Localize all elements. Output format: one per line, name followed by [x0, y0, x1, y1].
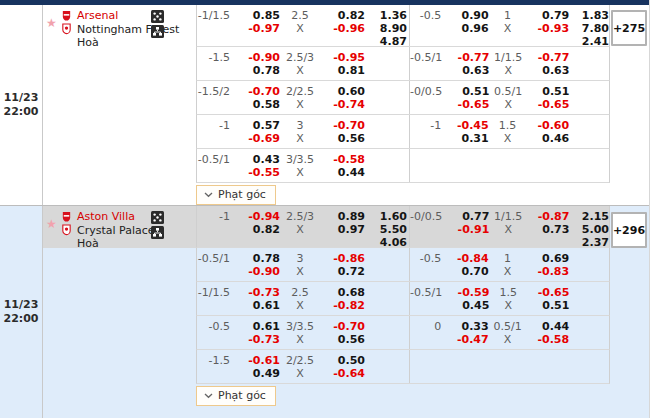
h1-total-odds[interactable]: 0.79-0.93: [527, 9, 570, 46]
h1-1x2-odds[interactable]: [569, 252, 609, 281]
ft-total-line: 3X: [280, 252, 320, 281]
ft-total-line: 2.5/3X: [280, 210, 320, 247]
ft-total-odds[interactable]: -0.950.81: [320, 51, 365, 80]
lineup-icon[interactable]: [151, 226, 164, 239]
ft-total-odds[interactable]: -0.700.56: [320, 320, 365, 349]
corner-odds-button[interactable]: Phạt góc: [196, 185, 276, 205]
ft-1x2-odds[interactable]: [365, 85, 407, 114]
home-team-logo-icon: [61, 10, 72, 22]
home-team-name[interactable]: Aston Villa: [77, 210, 155, 224]
odds-row: ★ Aston Villa Crystal Palace Hoà -1 -0.9…: [43, 206, 610, 248]
h1-total-odds[interactable]: [527, 153, 570, 182]
ft-handicap-odds[interactable]: -0.730.61: [230, 286, 280, 315]
favorite-star-icon[interactable]: ★: [46, 210, 61, 248]
h1-total-odds[interactable]: -0.870.73: [527, 210, 569, 247]
ft-handicap-odds[interactable]: -0.610.49: [230, 354, 280, 383]
fulltime-odds: -0.5 0.61-0.73 3/3.5X -0.700.56: [197, 316, 409, 349]
ft-handicap-odds[interactable]: -0.700.58: [230, 85, 280, 114]
h1-handicap-odds[interactable]: -0.590.45: [442, 286, 489, 315]
ft-1x2-odds[interactable]: [365, 51, 407, 80]
h1-1x2-odds[interactable]: 1.837.802.41: [569, 9, 609, 46]
h1-handicap-odds[interactable]: -0.840.70: [441, 252, 488, 281]
ft-1x2-odds[interactable]: [365, 286, 407, 315]
h1-1x2-odds[interactable]: [569, 286, 609, 315]
rows: ★ Aston Villa Crystal Palace Hoà -1 -0.9…: [43, 206, 649, 384]
h1-handicap-odds[interactable]: -0.770.63: [442, 51, 489, 80]
h1-handicap-odds[interactable]: 0.33-0.47: [441, 320, 488, 349]
h1-total-line: 1.5X: [489, 119, 527, 148]
h1-total-line: 0.5/1X: [489, 320, 527, 349]
h1-handicap-odds[interactable]: [441, 153, 488, 182]
h1-handicap-line: 0: [410, 320, 441, 349]
ft-total-odds[interactable]: -0.580.44: [320, 153, 365, 182]
ft-1x2-odds[interactable]: 1.368.904.87: [365, 9, 407, 46]
h1-handicap-odds[interactable]: 0.900.96: [441, 9, 488, 46]
ft-handicap-odds[interactable]: 0.57-0.69: [230, 119, 280, 148]
team-cell[interactable]: ★ Arsenal Nottingham Forest Hoà: [43, 5, 196, 47]
h1-handicap-odds[interactable]: 0.77-0.91: [442, 210, 489, 247]
h1-total-odds[interactable]: 0.44-0.58: [527, 320, 570, 349]
odds-area: -0.5 0.61-0.73 3/3.5X -0.700.56 0 0.33-0…: [196, 316, 610, 350]
h1-1x2-odds[interactable]: [569, 51, 609, 80]
corner-odds-label: Phạt góc: [218, 188, 266, 201]
firsthalf-odds: [409, 350, 609, 383]
h1-total-odds[interactable]: -0.770.63: [527, 51, 569, 80]
h1-total-odds[interactable]: 0.69-0.83: [527, 252, 570, 281]
h1-1x2-odds[interactable]: [569, 119, 609, 148]
ft-1x2-odds[interactable]: [365, 320, 407, 349]
ft-total-odds[interactable]: 0.82-0.96: [320, 9, 365, 46]
ft-1x2-odds[interactable]: 1.605.504.06: [365, 210, 407, 247]
h1-handicap-odds[interactable]: 0.51-0.65: [442, 85, 489, 114]
ft-handicap-line: -1/1.5: [197, 9, 230, 46]
h1-total-odds[interactable]: [527, 354, 570, 383]
h1-1x2-odds[interactable]: 2.155.002.37: [569, 210, 609, 247]
match-time: 22:00: [3, 105, 38, 119]
h1-1x2-odds[interactable]: [569, 153, 609, 182]
fulltime-odds: -1.5/2 -0.700.58 2/2.5X 0.60-0.74: [197, 81, 409, 114]
lineup-icon[interactable]: [151, 25, 164, 38]
firsthalf-odds: -0.5 0.900.96 1X 0.79-0.93 1.837.802.41: [409, 5, 609, 46]
h1-1x2-odds[interactable]: [569, 354, 609, 383]
team-cell[interactable]: ★ Aston Villa Crystal Palace Hoà: [43, 206, 196, 248]
away-team-name[interactable]: Crystal Palace: [77, 224, 155, 238]
h1-1x2-odds[interactable]: [569, 85, 609, 114]
ft-handicap-odds[interactable]: -0.940.82: [230, 210, 280, 247]
h1-handicap-odds[interactable]: [441, 354, 488, 383]
ft-total-odds[interactable]: -0.700.56: [320, 119, 365, 148]
ft-1x2-odds[interactable]: [365, 252, 407, 281]
ft-handicap-odds[interactable]: 0.61-0.73: [230, 320, 280, 349]
ft-total-odds[interactable]: -0.860.72: [320, 252, 365, 281]
ft-total-odds[interactable]: 0.60-0.74: [320, 85, 365, 114]
statistics-icon[interactable]: [151, 211, 164, 224]
h1-1x2-odds[interactable]: [569, 320, 609, 349]
ft-1x2-odds[interactable]: [365, 153, 407, 182]
ft-total-odds[interactable]: 0.50-0.64: [320, 354, 365, 383]
team-logos: [61, 9, 77, 47]
h1-handicap-odds[interactable]: -0.450.31: [441, 119, 488, 148]
ft-handicap-odds[interactable]: 0.78-0.90: [230, 252, 280, 281]
h1-total-odds[interactable]: 0.51-0.65: [527, 85, 569, 114]
firsthalf-odds: -0.5 -0.840.70 1X 0.69-0.83: [409, 248, 609, 281]
ft-handicap-line: -1.5: [197, 51, 230, 80]
h1-handicap-line: -0/0.5: [410, 210, 442, 247]
ft-1x2-odds[interactable]: [365, 354, 407, 383]
h1-total-odds[interactable]: -0.600.46: [527, 119, 570, 148]
ft-handicap-odds[interactable]: 0.85-0.97: [230, 9, 280, 46]
corner-odds-button[interactable]: Phạt góc: [196, 386, 276, 406]
ft-total-odds[interactable]: 0.890.97: [320, 210, 365, 247]
more-bets-button[interactable]: +275: [611, 10, 647, 46]
ft-total-odds[interactable]: 0.68-0.82: [320, 286, 365, 315]
ft-handicap-odds[interactable]: -0.900.78: [230, 51, 280, 80]
statistics-icon[interactable]: [151, 10, 164, 23]
ft-handicap-odds[interactable]: 0.43-0.55: [230, 153, 280, 182]
more-bets-button[interactable]: +296: [611, 212, 647, 248]
ft-1x2-odds[interactable]: [365, 119, 407, 148]
odds-row: -0.5 0.61-0.73 3/3.5X -0.700.56 0 0.33-0…: [43, 316, 610, 350]
match-time: 22:00: [3, 312, 38, 326]
row-lead: [43, 115, 196, 149]
h1-handicap-line: -0.5/1: [410, 286, 442, 315]
match-body: ★ Arsenal Nottingham Forest Hoà -1/1.5 0…: [43, 5, 649, 205]
odds-board: 11/23 22:00 ★ Arsenal Nottingham Forest …: [0, 0, 650, 418]
h1-total-odds[interactable]: -0.650.51: [527, 286, 569, 315]
favorite-star-icon[interactable]: ★: [46, 9, 61, 47]
